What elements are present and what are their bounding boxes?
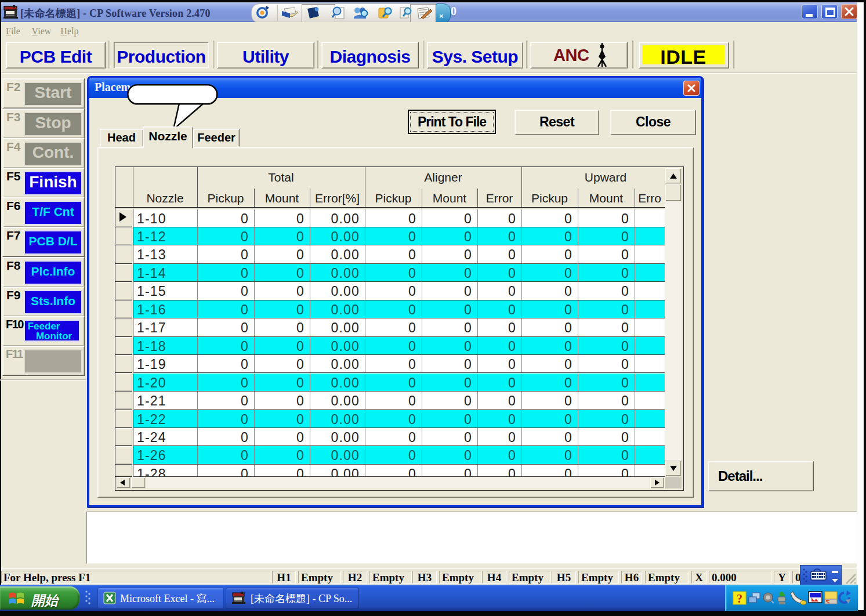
svg-text:?: ?	[737, 592, 742, 605]
